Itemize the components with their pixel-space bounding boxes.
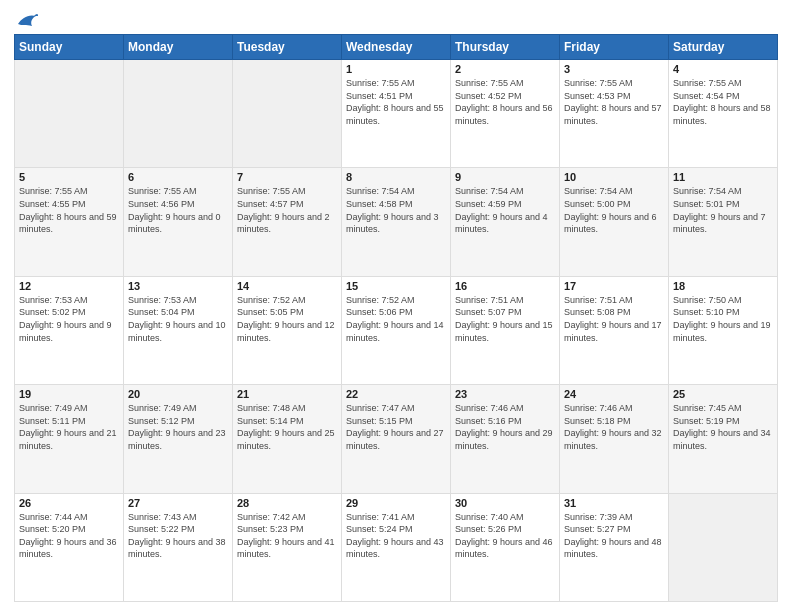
day-info: Sunrise: 7:52 AMSunset: 5:05 PMDaylight:… — [237, 294, 337, 344]
day-info: Sunrise: 7:47 AMSunset: 5:15 PMDaylight:… — [346, 402, 446, 452]
day-info: Sunrise: 7:55 AMSunset: 4:51 PMDaylight:… — [346, 77, 446, 127]
calendar-cell: 22Sunrise: 7:47 AMSunset: 5:15 PMDayligh… — [342, 385, 451, 493]
calendar-cell: 13Sunrise: 7:53 AMSunset: 5:04 PMDayligh… — [124, 276, 233, 384]
calendar-cell: 27Sunrise: 7:43 AMSunset: 5:22 PMDayligh… — [124, 493, 233, 601]
calendar-cell: 29Sunrise: 7:41 AMSunset: 5:24 PMDayligh… — [342, 493, 451, 601]
calendar-cell: 9Sunrise: 7:54 AMSunset: 4:59 PMDaylight… — [451, 168, 560, 276]
calendar-cell: 4Sunrise: 7:55 AMSunset: 4:54 PMDaylight… — [669, 60, 778, 168]
day-number: 2 — [455, 63, 555, 75]
header — [14, 10, 778, 28]
calendar-cell: 24Sunrise: 7:46 AMSunset: 5:18 PMDayligh… — [560, 385, 669, 493]
calendar-header-tuesday: Tuesday — [233, 35, 342, 60]
day-number: 7 — [237, 171, 337, 183]
calendar-header-friday: Friday — [560, 35, 669, 60]
calendar-cell: 10Sunrise: 7:54 AMSunset: 5:00 PMDayligh… — [560, 168, 669, 276]
day-info: Sunrise: 7:52 AMSunset: 5:06 PMDaylight:… — [346, 294, 446, 344]
calendar-cell: 18Sunrise: 7:50 AMSunset: 5:10 PMDayligh… — [669, 276, 778, 384]
calendar-cell: 19Sunrise: 7:49 AMSunset: 5:11 PMDayligh… — [15, 385, 124, 493]
calendar-header-saturday: Saturday — [669, 35, 778, 60]
calendar-cell: 6Sunrise: 7:55 AMSunset: 4:56 PMDaylight… — [124, 168, 233, 276]
day-number: 8 — [346, 171, 446, 183]
day-number: 3 — [564, 63, 664, 75]
day-info: Sunrise: 7:55 AMSunset: 4:54 PMDaylight:… — [673, 77, 773, 127]
calendar-week-4: 19Sunrise: 7:49 AMSunset: 5:11 PMDayligh… — [15, 385, 778, 493]
calendar-cell — [233, 60, 342, 168]
day-info: Sunrise: 7:40 AMSunset: 5:26 PMDaylight:… — [455, 511, 555, 561]
day-number: 4 — [673, 63, 773, 75]
day-info: Sunrise: 7:51 AMSunset: 5:08 PMDaylight:… — [564, 294, 664, 344]
day-number: 5 — [19, 171, 119, 183]
calendar-cell: 31Sunrise: 7:39 AMSunset: 5:27 PMDayligh… — [560, 493, 669, 601]
day-number: 18 — [673, 280, 773, 292]
calendar-cell — [669, 493, 778, 601]
calendar-cell: 14Sunrise: 7:52 AMSunset: 5:05 PMDayligh… — [233, 276, 342, 384]
calendar-header-wednesday: Wednesday — [342, 35, 451, 60]
day-info: Sunrise: 7:54 AMSunset: 4:58 PMDaylight:… — [346, 185, 446, 235]
calendar-cell: 1Sunrise: 7:55 AMSunset: 4:51 PMDaylight… — [342, 60, 451, 168]
calendar-cell: 23Sunrise: 7:46 AMSunset: 5:16 PMDayligh… — [451, 385, 560, 493]
day-number: 25 — [673, 388, 773, 400]
calendar-cell: 17Sunrise: 7:51 AMSunset: 5:08 PMDayligh… — [560, 276, 669, 384]
day-info: Sunrise: 7:44 AMSunset: 5:20 PMDaylight:… — [19, 511, 119, 561]
calendar-table: SundayMondayTuesdayWednesdayThursdayFrid… — [14, 34, 778, 602]
calendar-header-monday: Monday — [124, 35, 233, 60]
day-info: Sunrise: 7:55 AMSunset: 4:55 PMDaylight:… — [19, 185, 119, 235]
calendar-cell: 11Sunrise: 7:54 AMSunset: 5:01 PMDayligh… — [669, 168, 778, 276]
day-number: 31 — [564, 497, 664, 509]
logo — [14, 10, 38, 28]
calendar-cell: 26Sunrise: 7:44 AMSunset: 5:20 PMDayligh… — [15, 493, 124, 601]
calendar-cell — [124, 60, 233, 168]
day-number: 22 — [346, 388, 446, 400]
calendar-cell: 12Sunrise: 7:53 AMSunset: 5:02 PMDayligh… — [15, 276, 124, 384]
day-info: Sunrise: 7:39 AMSunset: 5:27 PMDaylight:… — [564, 511, 664, 561]
day-number: 27 — [128, 497, 228, 509]
calendar-cell: 8Sunrise: 7:54 AMSunset: 4:58 PMDaylight… — [342, 168, 451, 276]
calendar-header-thursday: Thursday — [451, 35, 560, 60]
day-number: 28 — [237, 497, 337, 509]
day-number: 10 — [564, 171, 664, 183]
day-info: Sunrise: 7:42 AMSunset: 5:23 PMDaylight:… — [237, 511, 337, 561]
day-info: Sunrise: 7:50 AMSunset: 5:10 PMDaylight:… — [673, 294, 773, 344]
calendar-week-3: 12Sunrise: 7:53 AMSunset: 5:02 PMDayligh… — [15, 276, 778, 384]
day-number: 29 — [346, 497, 446, 509]
day-info: Sunrise: 7:43 AMSunset: 5:22 PMDaylight:… — [128, 511, 228, 561]
day-info: Sunrise: 7:55 AMSunset: 4:52 PMDaylight:… — [455, 77, 555, 127]
day-info: Sunrise: 7:49 AMSunset: 5:11 PMDaylight:… — [19, 402, 119, 452]
day-number: 14 — [237, 280, 337, 292]
calendar-cell: 7Sunrise: 7:55 AMSunset: 4:57 PMDaylight… — [233, 168, 342, 276]
day-number: 11 — [673, 171, 773, 183]
calendar-week-2: 5Sunrise: 7:55 AMSunset: 4:55 PMDaylight… — [15, 168, 778, 276]
day-number: 13 — [128, 280, 228, 292]
day-info: Sunrise: 7:41 AMSunset: 5:24 PMDaylight:… — [346, 511, 446, 561]
day-info: Sunrise: 7:49 AMSunset: 5:12 PMDaylight:… — [128, 402, 228, 452]
day-info: Sunrise: 7:46 AMSunset: 5:16 PMDaylight:… — [455, 402, 555, 452]
day-info: Sunrise: 7:55 AMSunset: 4:53 PMDaylight:… — [564, 77, 664, 127]
day-info: Sunrise: 7:55 AMSunset: 4:57 PMDaylight:… — [237, 185, 337, 235]
calendar-header-sunday: Sunday — [15, 35, 124, 60]
day-info: Sunrise: 7:53 AMSunset: 5:04 PMDaylight:… — [128, 294, 228, 344]
day-info: Sunrise: 7:53 AMSunset: 5:02 PMDaylight:… — [19, 294, 119, 344]
day-number: 15 — [346, 280, 446, 292]
day-number: 23 — [455, 388, 555, 400]
calendar-cell: 16Sunrise: 7:51 AMSunset: 5:07 PMDayligh… — [451, 276, 560, 384]
calendar-cell: 3Sunrise: 7:55 AMSunset: 4:53 PMDaylight… — [560, 60, 669, 168]
day-number: 26 — [19, 497, 119, 509]
day-number: 21 — [237, 388, 337, 400]
day-info: Sunrise: 7:54 AMSunset: 4:59 PMDaylight:… — [455, 185, 555, 235]
day-number: 1 — [346, 63, 446, 75]
day-info: Sunrise: 7:46 AMSunset: 5:18 PMDaylight:… — [564, 402, 664, 452]
calendar-header-row: SundayMondayTuesdayWednesdayThursdayFrid… — [15, 35, 778, 60]
day-info: Sunrise: 7:51 AMSunset: 5:07 PMDaylight:… — [455, 294, 555, 344]
day-number: 6 — [128, 171, 228, 183]
calendar-cell: 15Sunrise: 7:52 AMSunset: 5:06 PMDayligh… — [342, 276, 451, 384]
day-number: 9 — [455, 171, 555, 183]
day-info: Sunrise: 7:54 AMSunset: 5:01 PMDaylight:… — [673, 185, 773, 235]
day-info: Sunrise: 7:45 AMSunset: 5:19 PMDaylight:… — [673, 402, 773, 452]
calendar-cell: 2Sunrise: 7:55 AMSunset: 4:52 PMDaylight… — [451, 60, 560, 168]
calendar-cell: 25Sunrise: 7:45 AMSunset: 5:19 PMDayligh… — [669, 385, 778, 493]
day-number: 12 — [19, 280, 119, 292]
day-info: Sunrise: 7:55 AMSunset: 4:56 PMDaylight:… — [128, 185, 228, 235]
logo-bird-icon — [16, 10, 38, 28]
day-number: 16 — [455, 280, 555, 292]
day-number: 17 — [564, 280, 664, 292]
